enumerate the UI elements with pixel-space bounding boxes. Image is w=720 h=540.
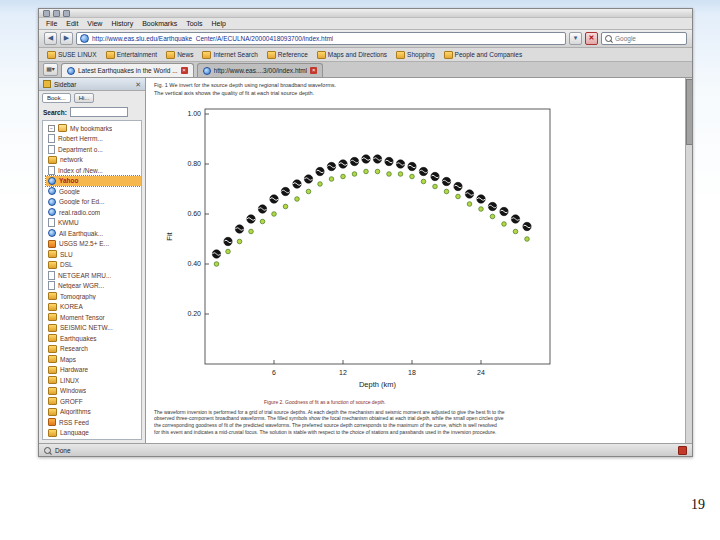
tab-2[interactable]: http://www.eas....3/00/index.html× <box>197 63 324 77</box>
forward-icon[interactable]: ▶ <box>60 32 73 45</box>
bookmark-item-moment-tensor[interactable]: Moment Tensor <box>46 312 141 323</box>
page-body-text: The waveform inversion is performed for … <box>154 409 680 436</box>
bookmark-internet-search[interactable]: Internet Search <box>202 51 257 59</box>
body-text-line: for this event and indicates a mid-crust… <box>154 429 680 436</box>
bookmark-entertainment[interactable]: Entertainment <box>106 51 157 59</box>
bookmark-item-slu[interactable]: SLU <box>46 249 141 260</box>
bookmark-item-all-earthquak[interactable]: All Earthquak... <box>46 228 141 239</box>
bookmark-item-language[interactable]: Language <box>46 428 141 439</box>
menu-bookmarks[interactable]: Bookmarks <box>142 20 177 27</box>
folder-open-icon <box>58 124 67 132</box>
vertical-scrollbar[interactable] <box>685 78 692 443</box>
bookmark-item-korea[interactable]: KOREA <box>46 302 141 313</box>
page-icon <box>48 218 55 227</box>
status-search-icon[interactable] <box>44 447 51 454</box>
bookmark-item-yahoo[interactable]: Yahoo <box>46 176 141 187</box>
svg-text:12: 12 <box>339 369 347 376</box>
bookmark-item-rss-feed[interactable]: RSS Feed <box>46 417 141 428</box>
menu-view[interactable]: View <box>87 20 102 27</box>
web-search-input[interactable]: Google <box>601 32 687 45</box>
sidebar-panel-tab-book[interactable]: Book... <box>42 93 71 103</box>
bookmark-item-netgear-mru[interactable]: NETGEAR MRU... <box>46 270 141 281</box>
folder-icon <box>48 429 57 437</box>
folder-icon <box>48 397 57 405</box>
bookmark-item-hardware[interactable]: Hardware <box>46 365 141 376</box>
bookmark-item-seismic-netw[interactable]: SEISMIC NETW... <box>46 323 141 334</box>
bookmark-item-earthquakes[interactable]: Earthquakes <box>46 333 141 344</box>
sidebar-panel-tab-hi[interactable]: Hi... <box>74 93 95 103</box>
bookmark-maps-and-directions[interactable]: Maps and Directions <box>317 51 387 59</box>
bookmark-item-dsl[interactable]: DSL <box>46 260 141 271</box>
tab-favicon-icon <box>67 67 75 75</box>
url-dropdown-icon[interactable]: ▾ <box>569 32 582 45</box>
page-icon <box>48 281 55 290</box>
svg-text:0.40: 0.40 <box>187 260 201 267</box>
bookmark-news[interactable]: News <box>166 51 193 59</box>
tab-1[interactable]: Latest Earthquakes in the World ...× <box>61 63 194 77</box>
tab-list-icon[interactable]: ▦▾ <box>43 63 58 76</box>
page-intro: Fig. 1 We invert for the source depth us… <box>154 81 680 98</box>
close-icon[interactable]: × <box>310 67 317 74</box>
bookmark-item-research[interactable]: Research <box>46 344 141 355</box>
bookmark-item-groff[interactable]: GROFF <box>46 396 141 407</box>
menu-tools[interactable]: Tools <box>186 20 202 27</box>
svg-text:6: 6 <box>272 369 276 376</box>
menu-file[interactable]: File <box>46 20 57 27</box>
back-icon[interactable]: ◀ <box>44 32 57 45</box>
window-menu-icon[interactable] <box>43 10 50 17</box>
bookmark-reference[interactable]: Reference <box>267 51 308 59</box>
folder-icon <box>396 51 405 59</box>
bookmarks-toolbar: SUSE LINUXEntertainmentNewsInternet Sear… <box>39 48 692 62</box>
bookmark-item-algorithms[interactable]: Algorithms <box>46 407 141 418</box>
status-bar: Done <box>39 443 692 456</box>
folder-icon <box>48 156 57 164</box>
menu-edit[interactable]: Edit <box>66 20 78 27</box>
bookmark-item-windows[interactable]: Windows <box>46 386 141 397</box>
presentation-slide: FileEditViewHistoryBookmarksToolsHelp ◀ … <box>0 0 720 540</box>
bookmark-shopping[interactable]: Shopping <box>396 51 434 59</box>
menu-history[interactable]: History <box>111 20 133 27</box>
folder-icon <box>48 324 57 332</box>
window-button[interactable] <box>53 10 60 17</box>
bookmark-item-google[interactable]: Google <box>46 186 141 197</box>
status-text: Done <box>55 447 71 454</box>
bookmark-item-my-bookmarks[interactable]: −My bookmarks <box>46 123 141 134</box>
bookmark-people-and-companies[interactable]: People and Companies <box>444 51 523 59</box>
address-bar[interactable]: http://www.eas.slu.edu/Earthquake_Center… <box>76 32 566 45</box>
globe-icon <box>48 187 56 195</box>
bookmark-item-real-radio-com[interactable]: real.radio.com <box>46 207 141 218</box>
close-icon[interactable]: × <box>181 67 188 74</box>
bookmark-item-network[interactable]: network <box>46 155 141 166</box>
browser-main: Sidebar ✕ Book...Hi... Search: −My bookm… <box>39 78 692 443</box>
bookmark-item-linux[interactable]: LINUX <box>46 375 141 386</box>
body-text-line: the corresponding goodness of fit of the… <box>154 422 680 429</box>
bookmark-icon <box>43 80 51 88</box>
bookmark-item-robert-herrm[interactable]: Robert Herrm... <box>46 134 141 145</box>
close-icon[interactable]: ✕ <box>135 81 141 88</box>
globe-icon <box>48 208 56 216</box>
bookmark-item-tomography[interactable]: Tomography <box>46 291 141 302</box>
bookmark-item-kwmu[interactable]: KWMU <box>46 218 141 229</box>
address-url: http://www.eas.slu.edu/Earthquake_Center… <box>92 35 333 42</box>
collapse-icon[interactable]: − <box>48 125 55 132</box>
window-button[interactable] <box>63 10 70 17</box>
sidebar-header: Sidebar ✕ <box>39 78 145 91</box>
folder-icon <box>444 51 453 59</box>
body-text-line: observed three-component broadband wavef… <box>154 415 680 422</box>
search-engine-label: Google <box>615 35 636 42</box>
bookmark-item-google-for-ed[interactable]: Google for Ed... <box>46 197 141 208</box>
scrollbar-thumb[interactable] <box>686 79 692 145</box>
bookmark-item-netgear-wgr[interactable]: Netgear WGR... <box>46 281 141 292</box>
folder-icon <box>48 292 57 300</box>
stop-icon[interactable]: ✕ <box>585 32 598 45</box>
bookmark-suse-linux[interactable]: SUSE LINUX <box>47 51 97 59</box>
bookmark-item-maps[interactable]: Maps <box>46 354 141 365</box>
globe-icon <box>48 177 56 185</box>
sidebar-search-input[interactable] <box>70 107 128 117</box>
bookmark-item-department-o[interactable]: Department o... <box>46 144 141 155</box>
bookmark-item-index-of-new[interactable]: Index of /New... <box>46 165 141 176</box>
menu-help[interactable]: Help <box>212 20 226 27</box>
bookmark-item-usgs-m2-5-e[interactable]: USGS M2.5+ E... <box>46 239 141 250</box>
sidebar-title: Sidebar <box>54 81 132 88</box>
folder-icon <box>317 51 326 59</box>
